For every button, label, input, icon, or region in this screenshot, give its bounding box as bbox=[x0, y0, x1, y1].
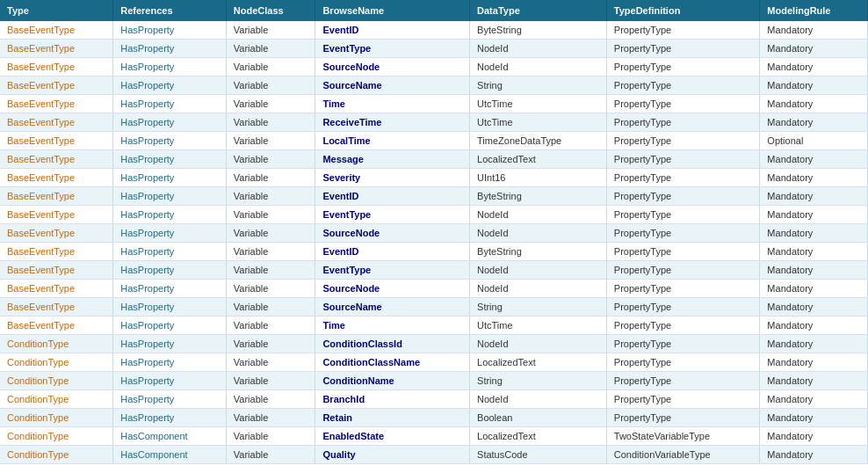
table-row: ConditionTypeHasComponentVariableEnabled… bbox=[0, 427, 868, 446]
table-row: BaseEventTypeHasPropertyVariableEventIDB… bbox=[0, 243, 868, 261]
table-cell-col2: Variable bbox=[226, 95, 315, 113]
table-cell-col0: BaseEventType bbox=[0, 317, 113, 335]
table-cell-col0: BaseEventType bbox=[0, 298, 113, 317]
table-cell-col4: NodeId bbox=[470, 224, 607, 243]
table-cell-col6: Mandatory bbox=[760, 76, 868, 95]
table-cell-col5: PropertyType bbox=[606, 21, 760, 40]
table-cell-col1: HasProperty bbox=[113, 409, 227, 427]
table-cell-col5: PropertyType bbox=[606, 390, 760, 409]
table-cell-col4: LocalizedText bbox=[470, 427, 607, 446]
table-cell-col1: HasComponent bbox=[113, 446, 227, 464]
table-cell-col6: Mandatory bbox=[760, 390, 868, 409]
table-cell-col1: HasProperty bbox=[113, 169, 227, 187]
table-cell-col1: HasProperty bbox=[113, 58, 227, 76]
table-cell-col1: HasComponent bbox=[113, 427, 227, 446]
table-cell-col2: Variable bbox=[226, 113, 315, 132]
table-cell-col4: StatusCode bbox=[470, 446, 607, 464]
table-cell-col5: PropertyType bbox=[606, 335, 760, 353]
table-cell-col0: BaseEventType bbox=[0, 21, 113, 40]
table-cell-col4: NodeId bbox=[470, 335, 607, 353]
table-header-row: TypeReferencesNodeClassBrowseNameDataTyp… bbox=[0, 0, 868, 21]
table-body: BaseEventTypeHasPropertyVariableEventIDB… bbox=[0, 21, 868, 464]
table-cell-col5: PropertyType bbox=[606, 76, 760, 95]
table-cell-col4: LocalizedText bbox=[470, 150, 607, 169]
table-cell-col3: Message bbox=[315, 150, 470, 169]
table-cell-col0: BaseEventType bbox=[0, 187, 113, 206]
table-cell-col6: Optional bbox=[760, 132, 868, 150]
table-cell-col2: Variable bbox=[226, 187, 315, 206]
column-header-references: References bbox=[113, 0, 227, 21]
table-cell-col0: BaseEventType bbox=[0, 169, 113, 187]
table-cell-col6: Mandatory bbox=[760, 113, 868, 132]
table-cell-col0: BaseEventType bbox=[0, 243, 113, 261]
table-cell-col5: PropertyType bbox=[606, 261, 760, 280]
table-cell-col5: PropertyType bbox=[606, 280, 760, 298]
table-row: BaseEventTypeHasPropertyVariableEventTyp… bbox=[0, 261, 868, 280]
table-cell-col1: HasProperty bbox=[113, 150, 227, 169]
table-cell-col4: NodeId bbox=[470, 58, 607, 76]
table-row: BaseEventTypeHasPropertyVariableEventTyp… bbox=[0, 40, 868, 58]
table-cell-col6: Mandatory bbox=[760, 372, 868, 390]
table-cell-col4: NodeId bbox=[470, 206, 607, 224]
table-cell-col6: Mandatory bbox=[760, 335, 868, 353]
table-cell-col0: ConditionType bbox=[0, 409, 113, 427]
table-cell-col4: ByteString bbox=[470, 243, 607, 261]
table-cell-col6: Mandatory bbox=[760, 317, 868, 335]
table-cell-col4: NodeId bbox=[470, 40, 607, 58]
table-cell-col3: SourceNode bbox=[315, 224, 470, 243]
table-cell-col2: Variable bbox=[226, 76, 315, 95]
table-cell-col3: SourceName bbox=[315, 76, 470, 95]
table-row: BaseEventTypeHasPropertyVariableSourceNa… bbox=[0, 298, 868, 317]
table-cell-col4: UInt16 bbox=[470, 169, 607, 187]
table-cell-col2: Variable bbox=[226, 261, 315, 280]
table-cell-col6: Mandatory bbox=[760, 40, 868, 58]
table-cell-col0: BaseEventType bbox=[0, 113, 113, 132]
table-cell-col5: PropertyType bbox=[606, 206, 760, 224]
table-cell-col4: ByteString bbox=[470, 21, 607, 40]
table-cell-col2: Variable bbox=[226, 280, 315, 298]
table-cell-col2: Variable bbox=[226, 206, 315, 224]
table-cell-col0: BaseEventType bbox=[0, 261, 113, 280]
table-cell-col6: Mandatory bbox=[760, 298, 868, 317]
table-cell-col5: PropertyType bbox=[606, 298, 760, 317]
table-row: ConditionTypeHasPropertyVariableBranchId… bbox=[0, 390, 868, 409]
column-header-modelingrule: ModelingRule bbox=[760, 0, 868, 21]
table-cell-col1: HasProperty bbox=[113, 76, 227, 95]
table-cell-col2: Variable bbox=[226, 298, 315, 317]
table-cell-col4: UtcTime bbox=[470, 317, 607, 335]
table-cell-col3: ConditionClassId bbox=[315, 335, 470, 353]
table-cell-col3: Severity bbox=[315, 169, 470, 187]
table-cell-col3: Quality bbox=[315, 446, 470, 464]
table-cell-col5: PropertyType bbox=[606, 224, 760, 243]
table-cell-col1: HasProperty bbox=[113, 95, 227, 113]
table-cell-col6: Mandatory bbox=[760, 353, 868, 372]
table-cell-col1: HasProperty bbox=[113, 261, 227, 280]
table-row: ConditionTypeHasPropertyVariableConditio… bbox=[0, 353, 868, 372]
table-cell-col4: TimeZoneDataType bbox=[470, 132, 607, 150]
table-cell-col1: HasProperty bbox=[113, 390, 227, 409]
table-cell-col5: PropertyType bbox=[606, 150, 760, 169]
table-cell-col6: Mandatory bbox=[760, 224, 868, 243]
table-row: BaseEventTypeHasPropertyVariableSourceNo… bbox=[0, 224, 868, 243]
table-cell-col6: Mandatory bbox=[760, 21, 868, 40]
table-cell-col3: Retain bbox=[315, 409, 470, 427]
table-cell-col6: Mandatory bbox=[760, 409, 868, 427]
table-cell-col2: Variable bbox=[226, 446, 315, 464]
table-cell-col3: ReceiveTime bbox=[315, 113, 470, 132]
table-cell-col6: Mandatory bbox=[760, 427, 868, 446]
table-cell-col0: ConditionType bbox=[0, 390, 113, 409]
table-cell-col5: PropertyType bbox=[606, 169, 760, 187]
table-cell-col4: UtcTime bbox=[470, 113, 607, 132]
table-cell-col6: Mandatory bbox=[760, 280, 868, 298]
table-cell-col6: Mandatory bbox=[760, 187, 868, 206]
table-cell-col1: HasProperty bbox=[113, 317, 227, 335]
table-cell-col0: BaseEventType bbox=[0, 58, 113, 76]
table-cell-col1: HasProperty bbox=[113, 298, 227, 317]
table-row: BaseEventTypeHasPropertyVariableMessageL… bbox=[0, 150, 868, 169]
table-cell-col3: EventID bbox=[315, 187, 470, 206]
table-cell-col3: ConditionClassName bbox=[315, 353, 470, 372]
table-row: BaseEventTypeHasPropertyVariableSourceNo… bbox=[0, 58, 868, 76]
table-cell-col3: EventType bbox=[315, 206, 470, 224]
table-cell-col0: BaseEventType bbox=[0, 224, 113, 243]
table-cell-col4: Boolean bbox=[470, 409, 607, 427]
